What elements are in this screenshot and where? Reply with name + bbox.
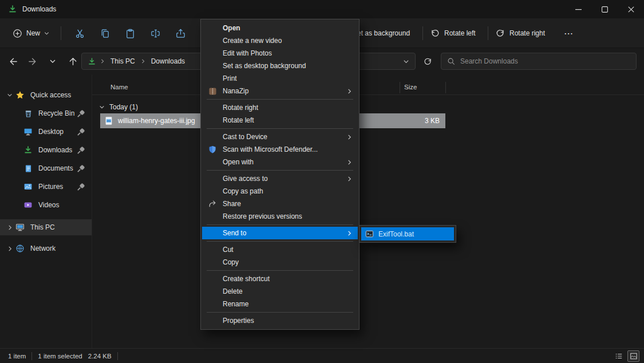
pin-icon [78, 147, 84, 153]
menu-item-create-shortcut[interactable]: Create shortcut [202, 273, 358, 285]
details-view-button[interactable] [613, 350, 625, 362]
pin-icon [78, 184, 84, 190]
breadcrumb-chevron-icon [100, 59, 105, 64]
menu-item-nanazip[interactable]: NanaZip [202, 85, 358, 97]
menu-item-rotate-right[interactable]: Rotate right [202, 101, 358, 114]
chevron-right-icon[interactable] [5, 225, 15, 230]
ellipsis-icon: ⋯ [564, 28, 574, 39]
chevron-down-icon[interactable] [5, 92, 15, 98]
see-more-button[interactable]: ⋯ [564, 18, 574, 48]
copy-button[interactable] [92, 23, 117, 44]
sidebar-item-documents[interactable]: Documents [0, 160, 92, 176]
status-selection-size: 2.24 KB [88, 353, 112, 360]
copy-icon [100, 28, 110, 39]
cut-button[interactable] [67, 23, 92, 44]
sidebar-item-desktop[interactable]: Desktop [0, 124, 92, 140]
status-item-count: 1 item [8, 353, 26, 360]
maximize-button[interactable] [591, 0, 618, 18]
menu-item-restore-previous-versions[interactable]: Restore previous versions [202, 210, 358, 223]
this-pc-icon [15, 222, 25, 232]
new-button-label: New [26, 29, 40, 37]
sidebar-label: Recycle Bin [38, 109, 74, 117]
sidebar-item-this-pc[interactable]: This PC [0, 219, 92, 235]
new-button[interactable]: New [7, 25, 55, 42]
sidebar-item-network[interactable]: Network [0, 240, 92, 257]
videos-icon [23, 200, 33, 210]
menu-item-copy[interactable]: Copy [202, 256, 358, 269]
menu-item-scan-with-defender[interactable]: Scan with Microsoft Defender... [202, 143, 358, 156]
menu-item-set-as-desktop-background[interactable]: Set as desktop background [202, 60, 358, 72]
rotate-right-label: Rotate right [509, 29, 545, 37]
sidebar-item-recycle-bin[interactable]: Recycle Bin [0, 105, 92, 121]
menu-item-delete[interactable]: Delete [202, 285, 358, 298]
rotate-left-button[interactable]: Rotate left [430, 18, 476, 48]
pin-icon [78, 111, 84, 117]
breadcrumb-this-pc[interactable]: This PC [109, 56, 137, 66]
menu-item-share[interactable]: Share [202, 198, 358, 210]
menu-item-copy-as-path[interactable]: Copy as path [202, 185, 358, 198]
nanazip-icon [208, 86, 217, 96]
column-divider[interactable] [445, 82, 446, 93]
submenu-item-exiftool-bat[interactable]: ExifTool.bat [361, 227, 454, 240]
column-header-name[interactable]: Name [110, 84, 128, 90]
sidebar-item-videos[interactable]: Videos [0, 197, 92, 213]
menu-item-open-with[interactable]: Open with [202, 156, 358, 168]
column-divider[interactable] [400, 82, 400, 93]
cut-icon [74, 28, 85, 39]
forward-button[interactable] [27, 53, 38, 69]
menu-item-cast-to-device[interactable]: Cast to Device [202, 131, 358, 143]
rotate-right-button[interactable]: Rotate right [496, 18, 545, 48]
chevron-down-icon [44, 31, 49, 36]
close-button[interactable] [618, 0, 644, 18]
downloads-icon [23, 145, 33, 155]
menu-item-print[interactable]: Print [202, 72, 358, 85]
menu-item-create-a-new-video[interactable]: Create a new video [202, 34, 358, 47]
column-header-size[interactable]: Size [404, 84, 417, 90]
large-icons-view-button[interactable] [627, 350, 639, 362]
share-button[interactable] [168, 23, 193, 44]
menu-item-cut[interactable]: Cut [202, 243, 358, 256]
pin-icon [78, 165, 84, 172]
sidebar-label: This PC [30, 223, 55, 231]
file-name: william-henry-gates-iii.jpg [118, 117, 195, 125]
search-input[interactable] [460, 57, 630, 65]
chevron-right-icon[interactable] [5, 246, 15, 251]
sidebar-item-quick-access[interactable]: Quick access [0, 87, 92, 103]
menu-item-edit-with-photos[interactable]: Edit with Photos [202, 47, 358, 60]
menu-item-properties[interactable]: Properties [202, 314, 358, 327]
back-button[interactable] [7, 53, 18, 69]
submenu-item-label: ExifTool.bat [378, 230, 414, 238]
menu-item-send-to[interactable]: Send to [202, 227, 358, 239]
breadcrumb-downloads[interactable]: Downloads [149, 56, 187, 66]
send-to-submenu: ExifTool.bat [359, 225, 456, 243]
toolbar-divider [61, 26, 61, 40]
sidebar-item-downloads[interactable]: Downloads [0, 142, 92, 158]
image-file-icon [104, 116, 113, 125]
sidebar-item-pictures[interactable]: Pictures [0, 179, 92, 195]
address-dropdown-icon[interactable] [403, 58, 409, 65]
menu-item-open[interactable]: Open [202, 22, 358, 34]
context-menu: Open Create a new video Edit with Photos… [200, 19, 359, 330]
menu-item-rotate-left[interactable]: Rotate left [202, 114, 358, 127]
sidebar-label: Downloads [38, 146, 72, 154]
submenu-arrow-icon [347, 231, 352, 236]
title-bar[interactable]: Downloads [0, 0, 644, 18]
up-button[interactable] [67, 53, 78, 69]
recent-locations-button[interactable] [47, 53, 58, 69]
defender-shield-icon [208, 145, 217, 154]
share-icon [175, 28, 186, 39]
set-as-background-label: Set as background [353, 29, 410, 37]
refresh-button[interactable] [419, 53, 436, 70]
paste-button[interactable] [117, 23, 143, 44]
menu-item-rename[interactable]: Rename [202, 298, 358, 310]
group-header-today[interactable]: Today (1) [99, 101, 138, 113]
chevron-down-icon[interactable] [99, 104, 105, 110]
rename-button[interactable] [143, 23, 168, 44]
plus-circle-icon [13, 29, 22, 38]
menu-separator [207, 170, 353, 171]
menu-item-give-access-to[interactable]: Give access to [202, 172, 358, 185]
search-box[interactable] [441, 53, 637, 70]
breadcrumb-chevron-icon [141, 59, 145, 64]
downloads-folder-icon [8, 5, 17, 14]
minimize-button[interactable] [565, 0, 591, 18]
